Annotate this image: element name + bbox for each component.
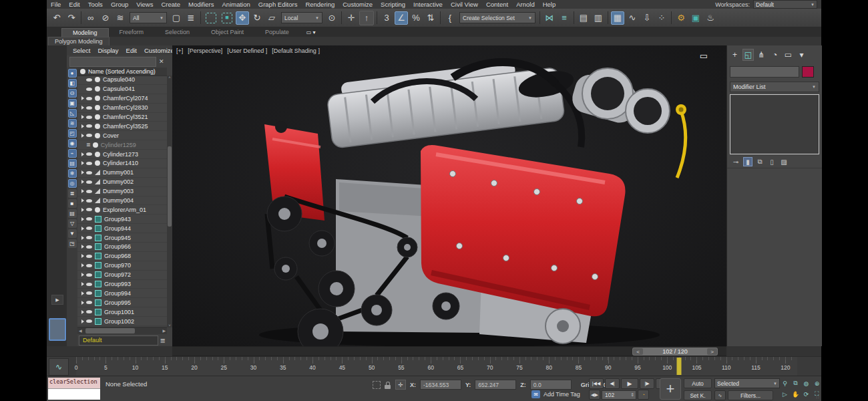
menu-item[interactable]: Rendering	[301, 1, 339, 8]
menu-item[interactable]: Help	[539, 1, 560, 8]
current-frame-field[interactable]: 102 ⇕	[602, 390, 636, 400]
utilities-overflow-icon[interactable]: ▾	[796, 49, 807, 61]
scene-object-row[interactable]: ≣ Group994	[77, 289, 167, 298]
expand-arrow-icon[interactable]	[81, 254, 84, 258]
scroll-up-icon[interactable]: ˄	[167, 76, 172, 80]
angle-snap-icon[interactable]: ∠	[395, 11, 408, 25]
expand-arrow-icon[interactable]	[81, 227, 84, 231]
select-and-link-icon[interactable]: ∞	[84, 11, 97, 25]
current-frame-marker[interactable]	[676, 358, 681, 375]
scene-object-row[interactable]: ≣ Capsule041	[77, 85, 167, 94]
filter-space-warps-icon[interactable]: ≋	[68, 119, 77, 128]
visibility-eye-icon[interactable]	[86, 236, 92, 239]
menu-item[interactable]: Views	[132, 1, 157, 8]
time-slider-next-button[interactable]: >	[707, 348, 717, 355]
viewport-label[interactable]: [Perspective]	[188, 47, 222, 54]
scene-object-row[interactable]: ≣ Dummy004	[77, 196, 167, 206]
container-view-icon[interactable]: ◳	[68, 239, 77, 248]
scene-object-row[interactable]: ≣ Group970	[77, 261, 167, 271]
motion-tab-icon[interactable]: ◔	[769, 49, 781, 61]
visibility-eye-icon[interactable]	[86, 283, 92, 286]
visibility-eye-icon[interactable]	[86, 124, 92, 128]
scene-object-row[interactable]: ≣ Group1002	[77, 317, 167, 326]
menu-item[interactable]: Edit	[65, 1, 83, 8]
vertical-scroll-thumb[interactable]	[168, 146, 172, 227]
scene-object-row[interactable]: ≣ ChamferCyl2074	[77, 94, 167, 104]
layer-explorer-toggle-icon[interactable]: ▥	[592, 11, 605, 25]
edit-named-selection-sets-icon[interactable]: {	[443, 11, 457, 25]
show-end-result-icon[interactable]: ▮	[743, 157, 752, 166]
align-icon[interactable]: ≡	[558, 11, 571, 25]
menu-item[interactable]: Animation	[218, 1, 254, 8]
scene-object-row[interactable]: ≣ Dummy003	[77, 187, 167, 196]
scene-object-row[interactable]: ≣ Group943	[77, 215, 167, 224]
zoom-icon[interactable]: ⚲	[780, 378, 790, 388]
scene-object-row[interactable]: ≣ Group1001	[77, 307, 167, 317]
pan-view-icon[interactable]: ✋	[791, 389, 801, 399]
visibility-eye-icon[interactable]	[86, 208, 92, 211]
visibility-eye-icon[interactable]	[86, 291, 92, 295]
hierarchy-tab-icon[interactable]: ⋔	[756, 49, 767, 61]
vertical-scrollbar[interactable]: ˄ ˅	[167, 76, 172, 327]
track-bar-ruler[interactable]: 0510152025303540455055606570758085909510…	[76, 357, 797, 376]
object-color-swatch[interactable]	[802, 66, 814, 78]
go-to-start-button[interactable]: |◀◀	[589, 378, 604, 389]
clear-search-icon[interactable]: ✕	[159, 58, 164, 65]
selection-lock-icon[interactable]	[385, 381, 391, 389]
modifier-list-dropdown[interactable]: Modifier List ▼	[730, 82, 819, 92]
unlink-selection-icon[interactable]: ⊘	[99, 11, 112, 25]
view-list-icon[interactable]: ≣	[68, 189, 77, 198]
time-tag-icon[interactable]: ✉	[531, 390, 540, 398]
perspective-viewport[interactable]: [+][Perspective][User Defined ][Default …	[172, 45, 726, 346]
schematic-view-icon[interactable]: ⇩	[640, 11, 654, 25]
add-time-tag-label[interactable]: Add Time Tag	[544, 391, 580, 398]
visibility-eye-icon[interactable]	[86, 152, 92, 156]
expand-arrow-icon[interactable]	[81, 208, 84, 212]
zoom-extents-icon[interactable]: ◍	[801, 378, 811, 388]
expand-arrow-icon[interactable]	[81, 319, 84, 323]
expand-arrow-icon[interactable]	[81, 236, 84, 240]
scene-object-row[interactable]: ≣ Group945	[77, 233, 167, 243]
filter-bones-icon[interactable]: ⌁	[68, 149, 77, 158]
zoom-all-icon[interactable]: ⧉	[791, 378, 801, 388]
maxscript-input-line[interactable]	[48, 388, 100, 400]
spinner-snap-icon[interactable]: ⇅	[424, 11, 437, 25]
display-tab-icon[interactable]: ▭	[783, 49, 794, 61]
window-crossing-icon[interactable]: ■	[222, 13, 232, 23]
menu-item[interactable]: Group	[107, 1, 132, 8]
visibility-eye-icon[interactable]	[86, 97, 92, 100]
object-name-field[interactable]	[730, 66, 799, 78]
explorer-menu-item[interactable]: Display	[97, 47, 118, 54]
visibility-eye-icon[interactable]	[86, 217, 92, 221]
expand-arrow-icon[interactable]	[81, 273, 84, 277]
menu-item[interactable]: Modifiers	[184, 1, 218, 8]
scene-object-row[interactable]: ≣ Cylinder1259	[77, 140, 167, 150]
filter-geometry-icon[interactable]: ●	[68, 69, 77, 78]
ribbon-tab[interactable]: Populate	[254, 28, 300, 37]
visibility-eye-icon[interactable]	[86, 301, 92, 304]
mirror-icon[interactable]: ⋈	[543, 11, 556, 25]
visibility-eye-icon[interactable]	[86, 180, 92, 184]
auto-key-button[interactable]: Auto	[684, 378, 712, 388]
undo-icon[interactable]: ↶	[50, 11, 63, 25]
menu-item[interactable]: Customize	[339, 1, 377, 8]
expand-arrow-icon[interactable]	[81, 115, 84, 119]
expand-arrow-icon[interactable]	[81, 310, 84, 314]
snap-toggle-3d-icon[interactable]: 3	[380, 11, 393, 25]
named-selection-sets-dropdown[interactable]: Create Selection Set▼	[459, 12, 535, 23]
pin-stack-icon[interactable]: ⊸	[731, 157, 740, 166]
viewport-label[interactable]: [Default Shading ]	[272, 47, 320, 54]
menu-item[interactable]: Graph Editors	[254, 1, 302, 8]
modifier-stack[interactable]	[730, 94, 819, 154]
horizontal-scrollbar[interactable]: ◀ ▶	[77, 327, 167, 334]
next-frame-button[interactable]: |▶	[640, 378, 654, 389]
scene-object-row[interactable]: ≣ Cylinder1273	[77, 150, 167, 159]
select-and-scale-icon[interactable]: ▱	[265, 11, 278, 25]
modify-tab-icon[interactable]: ◱	[742, 49, 754, 61]
mini-curve-editor-button[interactable]: ∿	[49, 358, 69, 376]
expand-arrow-icon[interactable]	[81, 180, 84, 184]
scene-object-row[interactable]: ≣ ChamferCyl3525	[77, 122, 167, 131]
scene-object-row[interactable]: ≣ Group968	[77, 252, 167, 261]
tab-bar-arrow-button[interactable]: ▶	[51, 295, 63, 305]
percent-snap-icon[interactable]: %	[409, 11, 423, 25]
